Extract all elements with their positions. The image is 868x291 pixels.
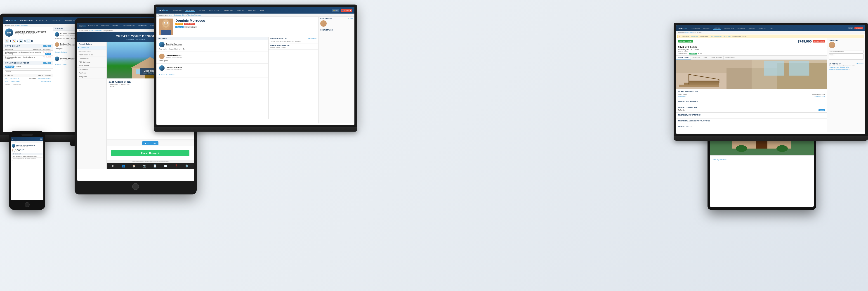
bottom-icon-help[interactable]: ❓: [175, 164, 178, 168]
delete-contact-btn[interactable]: Delete Client: [184, 23, 195, 25]
template-date: [ learn date and time ]: [77, 50, 106, 53]
svg-rect-35: [679, 85, 719, 87]
svg-point-28: [776, 145, 788, 152]
wall-header: THE WALL: [156, 37, 268, 40]
bottom-icon-contacts[interactable]: 👥: [122, 164, 125, 168]
listing-price: $749,900: [798, 39, 812, 43]
todo-add-btn[interactable]: + Add: [43, 45, 51, 47]
todo-item: Verify development landing page showing …: [3, 51, 53, 56]
phone-left: nl DM Home > Dashboard Welcome, Dominic …: [9, 131, 45, 210]
listing-baths: 9%: [700, 53, 702, 55]
svg-rect-33: [689, 81, 719, 83]
chat-recipients-input[interactable]: [829, 50, 864, 53]
tab-profile[interactable]: Profile: [176, 26, 184, 28]
chat-message-input[interactable]: [829, 53, 864, 60]
add-task-btn[interactable]: + New Task: [308, 38, 316, 39]
tablet-home-button[interactable]: [132, 183, 139, 190]
bottom-icon-mail[interactable]: ✉️: [164, 164, 167, 168]
nav-listings[interactable]: LISTINGS: [50, 19, 61, 22]
bottom-icon-home[interactable]: 🏠: [132, 164, 135, 168]
seller-label: Seller Client: [678, 93, 687, 95]
svg-point-6: [162, 20, 169, 28]
tab-related-items[interactable]: Related Items: [723, 56, 737, 59]
promotion-section: LISTING PROMOTION Referrals Update: [676, 105, 827, 113]
listing-row: 2917 Olive Street N... $900,000 Barbara …: [3, 77, 53, 80]
phone-todo-header: MY TO DO LIST: [12, 153, 42, 155]
phone-home-button[interactable]: [25, 202, 30, 207]
phone-todo-item: Create design template - thumbnail sync …: [12, 157, 42, 160]
phone-todo-item: Verify development landing page showing …: [12, 155, 42, 157]
active-listing-badge: ACTIVE LISTING: [678, 40, 693, 42]
todo-delivered-2: Listing Info Dots Delivered: Floor...: [829, 68, 864, 70]
nav-dashboard[interactable]: DASHBOARD: [19, 19, 34, 22]
todo-header: MY TO-DO LIST + Add: [3, 44, 53, 48]
svg-point-9: [164, 23, 165, 24]
property-info-section: PROPERTY INFORMATION: [676, 113, 827, 118]
listing-info-section: LISTING INFORMATION: [676, 99, 827, 105]
update-btn[interactable]: Update: [818, 109, 825, 111]
nav-logo: newlane: [5, 19, 16, 22]
todo-item: Create design template - thumbnail sync …: [3, 56, 53, 60]
svg-point-27: [736, 145, 747, 152]
contact-name: Dominic Morrocco: [176, 19, 205, 22]
laptop-right: newlane DASHBOARD CONTACTS LISTINGS TRAN…: [674, 23, 868, 141]
center-nav: newlane DASHBOARD CONTACTS LISTINGS TRAN…: [156, 7, 354, 13]
reply-dominic-link[interactable]: Reply to Dominic: [55, 63, 67, 65]
svg-rect-11: [161, 30, 171, 35]
view-agreement-link[interactable]: View Agreement >: [712, 158, 727, 161]
laptop-right-nav: newlane DASHBOARD CONTACTS LISTINGS TRAN…: [676, 25, 865, 31]
bottom-icon-doc[interactable]: 📄: [153, 164, 157, 168]
svg-rect-41: [752, 60, 827, 89]
listing-city: Washington, DC 20011: [678, 48, 825, 51]
interview-listing-btn[interactable]: Interview Listing: [813, 40, 825, 42]
laptop-todo-title: MY TO DO LIST: [829, 63, 840, 65]
phone-date: Today is September 19, 2019: [16, 146, 35, 147]
laptop-todo-empty: You do not have any tasks on your to-do …: [829, 65, 864, 66]
nav-contacts[interactable]: CONTACTS: [35, 19, 48, 22]
group-chat-title: GROUP CHAT: [829, 39, 839, 41]
contact-tags-title: CONTACT TAGS: [320, 29, 352, 31]
template-open-house[interactable]: ▶ Open House: [77, 46, 106, 50]
contact-info-title: CONTACT INFORMATION: [270, 45, 316, 46]
tab-listing-profile[interactable]: Listing Profile: [676, 56, 691, 59]
stats-row: 🏠1 ✏️2 📷3 📄0: [3, 38, 53, 44]
contact-todo-title: CONTACT TO DO LIST: [270, 38, 287, 39]
item-sharing-title: ITEM SHARING: [320, 18, 332, 20]
phone-nav: nl DM: [11, 137, 43, 141]
wall-post: Dominic Morrocco August 5, 2019 at 2:57 …: [156, 40, 268, 52]
wall-post: Dominic Morrocco August 9, 2019 at 9:15 …: [156, 63, 268, 78]
try-it-go-btn[interactable]: ▶ TRY IT GO: [142, 141, 158, 145]
listing-type: SINGLE FAMILY: [678, 53, 688, 55]
wall-post: Barbara Morrocco August 8, 2019 at 3:13 …: [156, 52, 268, 63]
view-agreement-btn[interactable]: View Agreement: [813, 95, 825, 97]
contact-status: Orange: [176, 23, 183, 25]
listings-snapshot-header: MY LISTINGS SNAPSHOT + Add: [3, 61, 53, 65]
reply-to-dominic-link[interactable]: A Reply to Dominic: [159, 73, 175, 75]
item-sharing-add[interactable]: + Add: [348, 18, 352, 20]
finish-design-btn[interactable]: Finish Design >: [111, 150, 189, 156]
listing-sale-status: FOR SALE: [689, 53, 698, 55]
welcome-section: DM Welcome, Welcome, Dominic MorroccoDom…: [3, 27, 53, 38]
todo-empty-msg: You do not have any tasks on your to-do …: [270, 40, 316, 42]
listing-address: 6121 3rd St NE: [678, 45, 825, 48]
bottom-icon-apps[interactable]: ⊞: [112, 164, 114, 168]
laptop-add-task-btn[interactable]: + New Task: [856, 63, 864, 65]
listing-beds: 4: [698, 53, 699, 55]
bottom-icon-settings[interactable]: ⚙️: [185, 164, 188, 168]
tab-cma[interactable]: CMA: [702, 56, 709, 59]
seller-client-value[interactable]: Josh Josh: [678, 95, 686, 97]
tab-public-records[interactable]: Public Records: [709, 56, 723, 59]
center-laptop: newlane DASHBOARD CONTACTS LISTINGS TRAN…: [154, 4, 357, 132]
reply-barbara-link[interactable]: Reply to Barbara: [55, 51, 67, 53]
notes-section: LISTING NOTES: [676, 124, 827, 130]
phone-welcome: Welcome, Dominic Morrocco: [16, 145, 35, 146]
bottom-icon-camera[interactable]: 📷: [143, 164, 146, 168]
listing-neighborhood: RIGGS PARK: [678, 51, 825, 52]
tab-listing360[interactable]: Listing360: [691, 56, 702, 59]
listings-add-btn[interactable]: + Add: [43, 62, 51, 64]
listings-search-input[interactable]: [5, 70, 51, 73]
welcome-title: Welcome, Welcome, Dominic MorroccoDomini…: [15, 31, 46, 33]
listing-row: 10015 Drummond Rd... Richard Scott: [3, 80, 53, 83]
listing-agreement-label: Listing Agreement: [812, 93, 825, 95]
tab-email-history[interactable]: Email History: [184, 26, 197, 28]
